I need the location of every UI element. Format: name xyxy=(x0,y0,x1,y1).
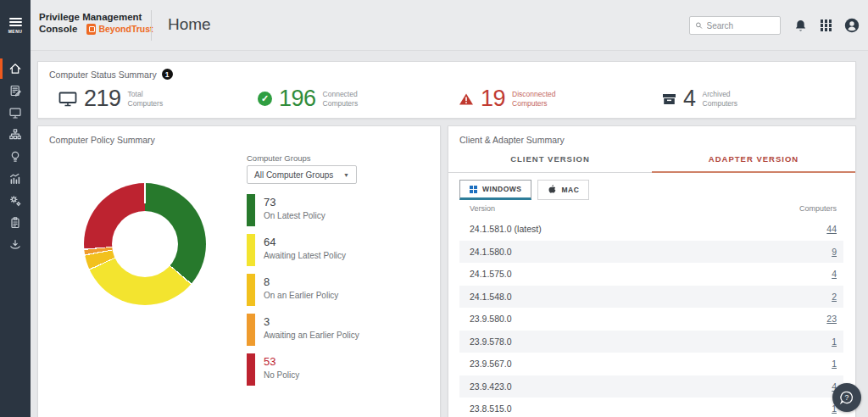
sidebar-item-computer-groups[interactable] xyxy=(0,124,31,146)
policy-donut[interactable] xyxy=(84,183,206,305)
legend-label: On Latest Policy xyxy=(264,211,326,220)
page-title: Home xyxy=(168,15,211,34)
windows-toggle-button[interactable]: WINDOWS xyxy=(459,180,531,200)
version-table: 24.1.581.0 (latest)44 24.1.580.09 24.1.5… xyxy=(459,218,843,417)
lightbulb-icon xyxy=(8,150,22,164)
legend-item: 53No Policy xyxy=(247,353,359,386)
computer-icon xyxy=(8,106,22,120)
legend-swatch xyxy=(247,194,255,226)
computers-count-link[interactable]: 9 xyxy=(832,247,843,257)
status-summary-title: Computer Status Summary xyxy=(49,70,157,80)
table-row: 23.8.515.01 xyxy=(459,398,843,417)
version-cell: 23.9.578.0 xyxy=(459,336,512,347)
table-row: 24.1.575.04 xyxy=(459,263,843,286)
legend-label: On an Earlier Policy xyxy=(264,291,338,300)
sidebar-item-analytics[interactable] xyxy=(0,168,31,190)
tab-client-version[interactable]: CLIENT VERSION xyxy=(448,148,652,173)
check-circle-icon: ✓ xyxy=(258,92,272,106)
version-cell: 24.1.580.0 xyxy=(459,247,512,257)
header-divider xyxy=(151,10,152,41)
svg-text:?: ? xyxy=(845,393,849,402)
version-cell: 23.9.423.0 xyxy=(459,381,512,392)
sidebar-item-settings[interactable] xyxy=(0,190,31,212)
computers-count-link[interactable]: 2 xyxy=(832,292,843,302)
beyondtrust-logo-text: BeyondTrust xyxy=(98,24,153,34)
sidebar-item-computers[interactable] xyxy=(0,102,31,124)
brand-line1: Privilege Management xyxy=(39,11,166,23)
tab-adapter-version[interactable]: ADAPTER VERSION xyxy=(652,148,855,173)
computer-groups-label: Computer Groups xyxy=(247,153,311,163)
status-tile-value: 219 xyxy=(84,86,121,112)
computers-count-link[interactable]: 1 xyxy=(832,336,843,347)
mac-toggle-label: MAC xyxy=(561,186,579,194)
version-cell: 23.9.567.0 xyxy=(459,359,512,369)
search-box[interactable] xyxy=(689,16,781,35)
mac-toggle-button[interactable]: MAC xyxy=(537,180,589,200)
legend-value: 53 xyxy=(264,355,299,368)
policy-document-icon xyxy=(8,84,22,97)
legend-swatch xyxy=(247,234,255,266)
help-button[interactable]: ? xyxy=(832,383,861,412)
status-tile-label: Archived xyxy=(703,90,731,98)
legend-value: 73 xyxy=(264,196,326,208)
warning-triangle-icon xyxy=(459,92,474,106)
search-input[interactable] xyxy=(707,21,775,31)
monitor-icon xyxy=(58,92,77,107)
computer-groups-select[interactable]: All Computer Groups ▼ xyxy=(247,165,357,184)
sidebar-nav xyxy=(0,51,31,256)
analytics-chart-icon xyxy=(8,172,22,186)
computers-count-link[interactable]: 23 xyxy=(826,314,843,324)
computer-status-summary-card: Computer Status Summary 1 219 TotalCompu… xyxy=(37,61,856,119)
computers-count-link[interactable]: 1 xyxy=(832,359,843,369)
disconnected-computers-tile: 19 DisconnectedComputers xyxy=(459,86,556,112)
menu-button[interactable]: MENU xyxy=(0,0,31,51)
apps-button[interactable] xyxy=(821,19,832,31)
computer-policy-summary-panel: Computer Policy Summary Computer Groups … xyxy=(37,125,441,417)
table-row: 23.9.578.01 xyxy=(459,331,843,353)
legend-item: 3Awaiting an Earlier Policy xyxy=(247,314,359,346)
version-cell: 24.1.548.0 xyxy=(459,292,512,302)
notification-count-badge[interactable]: 1 xyxy=(162,69,173,80)
table-row: 23.9.567.01 xyxy=(459,353,843,375)
beyondtrust-logo-icon xyxy=(86,24,96,35)
version-cell: 24.1.581.0 (latest) xyxy=(459,224,542,234)
sidebar-item-policies[interactable] xyxy=(0,80,31,102)
status-tile-label: Total xyxy=(128,90,143,98)
computers-count-link[interactable]: 4 xyxy=(832,269,843,279)
sidebar-item-insights[interactable] xyxy=(0,146,31,168)
computer-groups-selected-value: All Computer Groups xyxy=(254,170,333,180)
legend-item: 64Awaiting Latest Policy xyxy=(247,234,359,266)
archived-computers-tile: 4 ArchivedComputers xyxy=(662,86,737,112)
policy-legend: 73On Latest Policy 64Awaiting Latest Pol… xyxy=(247,194,359,393)
version-column-header: Version xyxy=(459,204,495,213)
bell-icon xyxy=(793,19,808,33)
connected-computers-tile: ✓ 196 ConnectedComputers xyxy=(258,86,358,112)
version-cell: 23.8.515.0 xyxy=(459,403,512,414)
account-button[interactable] xyxy=(844,18,860,33)
top-header: Privilege Management Console BeyondTrust… xyxy=(31,0,868,51)
client-adapter-summary-panel: Client & Adapter Summary CLIENT VERSION … xyxy=(448,125,856,417)
computers-count-link[interactable]: 44 xyxy=(826,224,843,234)
version-cell: 24.1.575.0 xyxy=(459,269,512,279)
sidebar-item-downloads[interactable] xyxy=(0,234,31,256)
computers-column-header: Computers xyxy=(799,204,843,213)
search-icon xyxy=(695,20,703,31)
sidebar-item-tasks[interactable] xyxy=(0,212,31,234)
legend-label: Awaiting Latest Policy xyxy=(264,251,346,260)
brand: Privilege Management Console BeyondTrust xyxy=(39,11,166,35)
status-tile-label: Disconnected xyxy=(512,90,556,98)
version-tabs: CLIENT VERSION ADAPTER VERSION xyxy=(448,148,855,173)
clipboard-icon xyxy=(8,216,22,230)
policy-summary-title: Computer Policy Summary xyxy=(49,135,155,145)
legend-swatch xyxy=(247,314,255,346)
table-row: 24.1.548.02 xyxy=(459,286,843,309)
legend-swatch xyxy=(247,274,255,306)
sidebar-item-home[interactable] xyxy=(0,58,31,80)
total-computers-tile: 219 TotalComputers xyxy=(58,86,163,112)
notifications-button[interactable] xyxy=(793,19,808,33)
version-cell: 23.9.580.0 xyxy=(459,314,512,324)
hamburger-icon xyxy=(9,18,22,26)
status-tile-value: 19 xyxy=(481,86,505,112)
app-grid-icon xyxy=(821,19,832,31)
computer-groups-icon xyxy=(8,128,22,142)
